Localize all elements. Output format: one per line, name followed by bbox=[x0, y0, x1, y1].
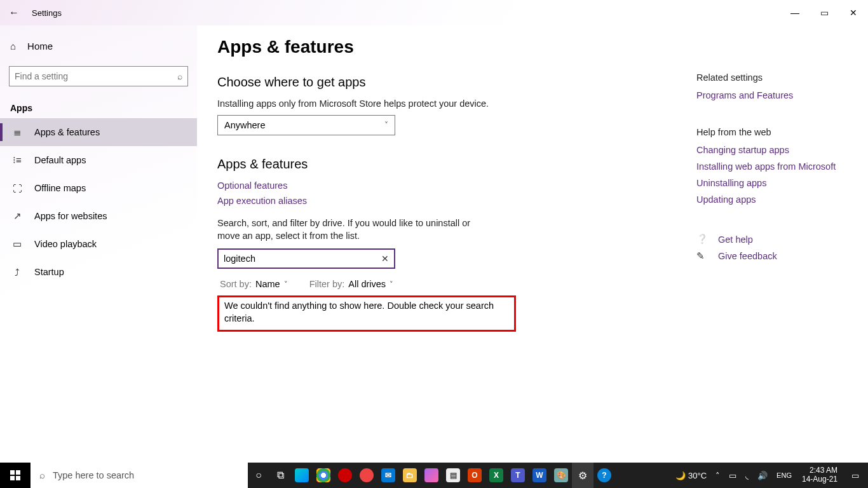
tray-battery-icon[interactable]: ▭ bbox=[726, 471, 739, 480]
sidebar-item-offline-maps[interactable]: ⛶ Offline maps bbox=[0, 174, 197, 202]
give-feedback-row[interactable]: ✎ Give feedback bbox=[696, 251, 855, 261]
sort-value: Name bbox=[255, 279, 280, 289]
sidebar-item-apps-features[interactable]: ≣ Apps & features bbox=[0, 118, 197, 146]
defaults-icon: ⁝≡ bbox=[11, 154, 23, 166]
taskbar-app-excel[interactable]: X bbox=[485, 463, 507, 488]
clear-search-icon[interactable]: ✕ bbox=[381, 254, 389, 264]
sort-by-control[interactable]: Sort by: Name ˅ bbox=[220, 279, 288, 289]
taskbar-app-operagx[interactable] bbox=[356, 463, 377, 488]
tray-language-icon[interactable]: ENG bbox=[774, 471, 794, 479]
programs-features-link[interactable]: Programs and Features bbox=[696, 90, 855, 100]
taskbar-clock[interactable]: 2:43 AM 14-Aug-21 bbox=[797, 466, 843, 484]
windows-logo-icon bbox=[10, 470, 20, 480]
task-view-icon[interactable]: ⧉ bbox=[269, 463, 291, 488]
list-icon: ≣ bbox=[11, 126, 23, 138]
chevron-down-icon: ˅ bbox=[384, 121, 388, 130]
feedback-icon: ✎ bbox=[696, 251, 708, 261]
taskbar-app-store[interactable] bbox=[421, 463, 442, 488]
taskbar-app-explorer[interactable]: 🗀 bbox=[399, 463, 421, 488]
help-link-uninstall[interactable]: Uninstalling apps bbox=[696, 178, 855, 188]
taskbar-app-notepad[interactable]: ▤ bbox=[442, 463, 464, 488]
get-help-row[interactable]: ❔ Get help bbox=[696, 234, 855, 245]
taskbar-app-mail[interactable]: ✉ bbox=[377, 463, 399, 488]
sidebar-group-label: Apps bbox=[0, 92, 197, 118]
choose-apps-title: Choose where to get apps bbox=[217, 75, 671, 90]
sidebar-home-label: Home bbox=[27, 41, 53, 51]
close-button[interactable]: ✕ bbox=[839, 0, 868, 25]
map-icon: ⛶ bbox=[11, 183, 23, 194]
sidebar-search-input[interactable] bbox=[15, 71, 177, 81]
gear-icon: ⚙ bbox=[578, 470, 587, 482]
clock-date: 14-Aug-21 bbox=[802, 475, 837, 484]
page-title: Apps & features bbox=[217, 37, 671, 57]
taskbar-app-help[interactable]: ? bbox=[593, 463, 615, 488]
taskbar: ⌕ Type here to search ○ ⧉ ✉ 🗀 ▤ O X T W … bbox=[0, 463, 868, 488]
taskbar-app-word[interactable]: W bbox=[529, 463, 550, 488]
window-title: Settings bbox=[32, 8, 62, 18]
help-link-startup[interactable]: Changing startup apps bbox=[696, 145, 855, 155]
search-icon: ⌕ bbox=[39, 470, 45, 480]
tray-volume-icon[interactable]: 🔊 bbox=[755, 471, 770, 480]
apps-features-title: Apps & features bbox=[217, 157, 671, 172]
home-icon: ⌂ bbox=[10, 41, 16, 51]
help-link-webapps[interactable]: Installing web apps from Microsoft bbox=[696, 161, 855, 172]
give-feedback-link[interactable]: Give feedback bbox=[718, 251, 777, 261]
back-button[interactable]: ← bbox=[0, 0, 28, 25]
choose-apps-value: Anywhere bbox=[224, 120, 265, 130]
taskbar-app-chrome[interactable] bbox=[313, 463, 334, 488]
apps-features-helper: Search, sort, and filter by drive. If yo… bbox=[217, 217, 491, 242]
taskbar-search[interactable]: ⌕ Type here to search bbox=[31, 463, 248, 488]
start-button[interactable] bbox=[0, 463, 31, 488]
maximize-button[interactable]: ▭ bbox=[810, 0, 839, 25]
taskbar-search-placeholder: Type here to search bbox=[53, 470, 134, 480]
clock-time: 2:43 AM bbox=[802, 466, 837, 475]
sort-label: Sort by: bbox=[220, 279, 252, 289]
filter-label: Filter by: bbox=[309, 279, 345, 289]
help-from-web-title: Help from the web bbox=[696, 127, 855, 137]
choose-apps-helper: Installing apps only from Microsoft Stor… bbox=[217, 98, 671, 109]
weather-widget[interactable]: 🌙 30°C bbox=[673, 471, 709, 480]
weather-temp: 30°C bbox=[688, 471, 707, 480]
taskbar-app-opera[interactable] bbox=[334, 463, 356, 488]
sidebar: ⌂ Home ⌕ Apps ≣ Apps & features ⁝≡ Defau… bbox=[0, 25, 197, 463]
help-link-updating[interactable]: Updating apps bbox=[696, 194, 855, 205]
cortana-icon[interactable]: ○ bbox=[248, 463, 269, 488]
sidebar-item-default-apps[interactable]: ⁝≡ Default apps bbox=[0, 146, 197, 174]
taskbar-app-office[interactable]: O bbox=[464, 463, 485, 488]
link-icon: ↗ bbox=[11, 210, 23, 222]
taskbar-app-paint[interactable]: 🎨 bbox=[550, 463, 572, 488]
filter-by-control[interactable]: Filter by: All drives ˅ bbox=[309, 279, 393, 289]
search-icon: ⌕ bbox=[177, 71, 182, 81]
get-help-link[interactable]: Get help bbox=[718, 234, 753, 245]
sidebar-search[interactable]: ⌕ bbox=[9, 66, 188, 86]
related-settings-title: Related settings bbox=[696, 72, 855, 83]
tray-overflow-icon[interactable]: ˄ bbox=[713, 471, 722, 480]
sidebar-item-label: Apps for websites bbox=[34, 211, 107, 221]
chevron-down-icon: ˅ bbox=[284, 280, 288, 288]
taskbar-app-edge[interactable] bbox=[291, 463, 313, 488]
taskbar-app-teams[interactable]: T bbox=[507, 463, 529, 488]
sidebar-item-label: Default apps bbox=[34, 155, 86, 165]
chevron-down-icon: ˅ bbox=[390, 280, 393, 288]
optional-features-link[interactable]: Optional features bbox=[217, 180, 671, 191]
sidebar-item-apps-websites[interactable]: ↗ Apps for websites bbox=[0, 202, 197, 230]
app-search-input[interactable] bbox=[224, 254, 381, 264]
filter-value: All drives bbox=[348, 279, 386, 289]
sort-filter-row: Sort by: Name ˅ Filter by: All drives ˅ bbox=[220, 279, 671, 289]
tray-wifi-icon[interactable]: ◟ bbox=[743, 471, 751, 480]
sidebar-item-label: Offline maps bbox=[34, 183, 86, 193]
app-search-box[interactable]: ✕ bbox=[217, 248, 395, 269]
minimize-button[interactable]: — bbox=[780, 0, 810, 25]
video-icon: ▭ bbox=[11, 238, 23, 250]
choose-apps-combo[interactable]: Anywhere ˅ bbox=[217, 115, 395, 135]
main-content: Apps & features Choose where to get apps… bbox=[197, 25, 696, 463]
help-icon: ❔ bbox=[696, 234, 708, 245]
taskbar-app-settings[interactable]: ⚙ bbox=[572, 463, 593, 488]
startup-icon: ⤴ bbox=[11, 267, 23, 278]
app-execution-aliases-link[interactable]: App execution aliases bbox=[217, 196, 671, 206]
sidebar-item-label: Startup bbox=[34, 267, 64, 277]
sidebar-item-startup[interactable]: ⤴ Startup bbox=[0, 258, 197, 286]
action-center-icon[interactable]: ▭ bbox=[843, 463, 868, 488]
sidebar-item-video-playback[interactable]: ▭ Video playback bbox=[0, 230, 197, 258]
sidebar-home[interactable]: ⌂ Home bbox=[0, 32, 197, 60]
